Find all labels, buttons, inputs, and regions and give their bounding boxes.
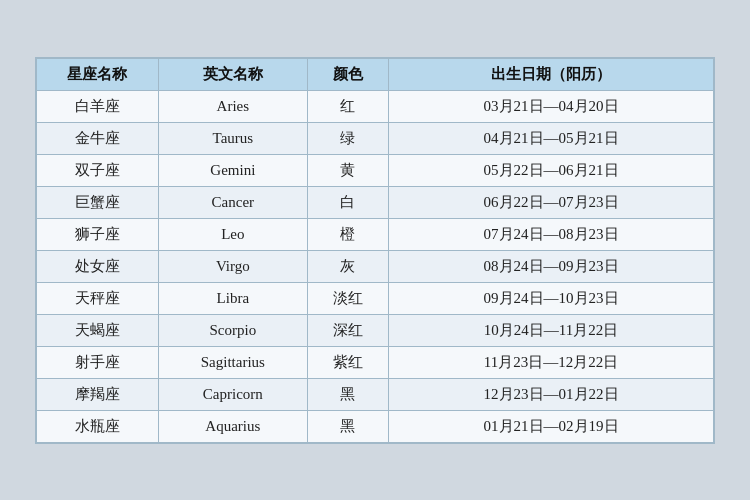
cell-date: 10月24日—11月22日 bbox=[389, 314, 714, 346]
table-row: 射手座Sagittarius紫红11月23日—12月22日 bbox=[37, 346, 714, 378]
cell-english: Libra bbox=[158, 282, 307, 314]
cell-english: Sagittarius bbox=[158, 346, 307, 378]
zodiac-table: 星座名称 英文名称 颜色 出生日期（阳历） 白羊座Aries红03月21日—04… bbox=[36, 58, 714, 443]
cell-color: 灰 bbox=[307, 250, 388, 282]
cell-date: 12月23日—01月22日 bbox=[389, 378, 714, 410]
cell-chinese: 狮子座 bbox=[37, 218, 159, 250]
header-chinese: 星座名称 bbox=[37, 58, 159, 90]
cell-english: Aries bbox=[158, 90, 307, 122]
cell-date: 03月21日—04月20日 bbox=[389, 90, 714, 122]
cell-chinese: 天秤座 bbox=[37, 282, 159, 314]
cell-chinese: 水瓶座 bbox=[37, 410, 159, 442]
cell-chinese: 金牛座 bbox=[37, 122, 159, 154]
table-row: 天秤座Libra淡红09月24日—10月23日 bbox=[37, 282, 714, 314]
table-header-row: 星座名称 英文名称 颜色 出生日期（阳历） bbox=[37, 58, 714, 90]
zodiac-table-container: 星座名称 英文名称 颜色 出生日期（阳历） 白羊座Aries红03月21日—04… bbox=[35, 57, 715, 444]
cell-color: 淡红 bbox=[307, 282, 388, 314]
table-row: 摩羯座Capricorn黑12月23日—01月22日 bbox=[37, 378, 714, 410]
header-date: 出生日期（阳历） bbox=[389, 58, 714, 90]
cell-english: Scorpio bbox=[158, 314, 307, 346]
cell-color: 深红 bbox=[307, 314, 388, 346]
cell-color: 橙 bbox=[307, 218, 388, 250]
cell-color: 白 bbox=[307, 186, 388, 218]
table-row: 巨蟹座Cancer白06月22日—07月23日 bbox=[37, 186, 714, 218]
cell-date: 05月22日—06月21日 bbox=[389, 154, 714, 186]
cell-english: Aquarius bbox=[158, 410, 307, 442]
cell-date: 04月21日—05月21日 bbox=[389, 122, 714, 154]
cell-english: Capricorn bbox=[158, 378, 307, 410]
cell-english: Gemini bbox=[158, 154, 307, 186]
cell-color: 黄 bbox=[307, 154, 388, 186]
cell-chinese: 白羊座 bbox=[37, 90, 159, 122]
cell-date: 08月24日—09月23日 bbox=[389, 250, 714, 282]
cell-chinese: 双子座 bbox=[37, 154, 159, 186]
cell-color: 黑 bbox=[307, 378, 388, 410]
cell-english: Taurus bbox=[158, 122, 307, 154]
cell-date: 11月23日—12月22日 bbox=[389, 346, 714, 378]
header-english: 英文名称 bbox=[158, 58, 307, 90]
table-row: 金牛座Taurus绿04月21日—05月21日 bbox=[37, 122, 714, 154]
cell-english: Leo bbox=[158, 218, 307, 250]
cell-chinese: 射手座 bbox=[37, 346, 159, 378]
table-row: 狮子座Leo橙07月24日—08月23日 bbox=[37, 218, 714, 250]
cell-color: 红 bbox=[307, 90, 388, 122]
cell-chinese: 处女座 bbox=[37, 250, 159, 282]
table-row: 白羊座Aries红03月21日—04月20日 bbox=[37, 90, 714, 122]
table-row: 处女座Virgo灰08月24日—09月23日 bbox=[37, 250, 714, 282]
cell-chinese: 巨蟹座 bbox=[37, 186, 159, 218]
header-color: 颜色 bbox=[307, 58, 388, 90]
cell-date: 07月24日—08月23日 bbox=[389, 218, 714, 250]
cell-color: 紫红 bbox=[307, 346, 388, 378]
cell-date: 09月24日—10月23日 bbox=[389, 282, 714, 314]
table-row: 双子座Gemini黄05月22日—06月21日 bbox=[37, 154, 714, 186]
table-row: 天蝎座Scorpio深红10月24日—11月22日 bbox=[37, 314, 714, 346]
cell-date: 01月21日—02月19日 bbox=[389, 410, 714, 442]
cell-color: 绿 bbox=[307, 122, 388, 154]
cell-date: 06月22日—07月23日 bbox=[389, 186, 714, 218]
cell-chinese: 摩羯座 bbox=[37, 378, 159, 410]
cell-color: 黑 bbox=[307, 410, 388, 442]
cell-english: Virgo bbox=[158, 250, 307, 282]
table-row: 水瓶座Aquarius黑01月21日—02月19日 bbox=[37, 410, 714, 442]
cell-english: Cancer bbox=[158, 186, 307, 218]
cell-chinese: 天蝎座 bbox=[37, 314, 159, 346]
